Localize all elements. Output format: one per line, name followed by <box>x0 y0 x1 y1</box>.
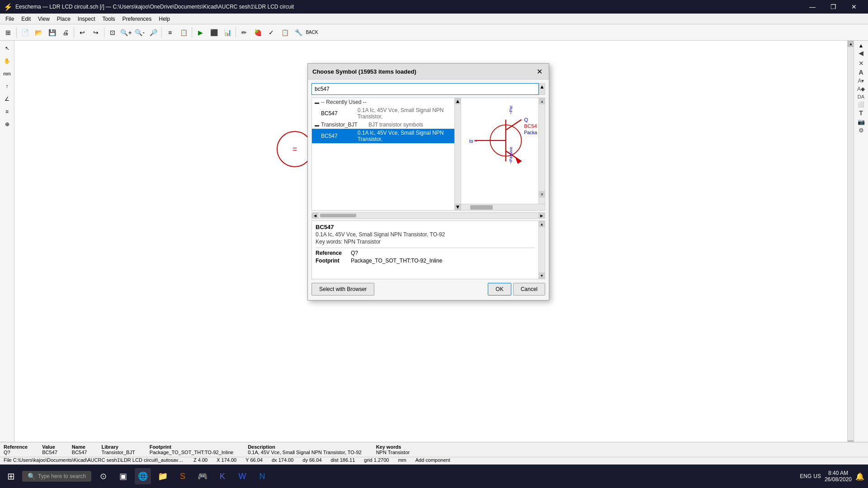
list-vscroll-up[interactable]: ▲ <box>455 98 461 104</box>
menu-help[interactable]: Help <box>155 15 174 23</box>
taskbar-steam[interactable]: 🎮 <box>194 468 211 484</box>
tool-table[interactable]: 📋 <box>278 26 291 39</box>
menu-preferences[interactable]: Preferences <box>119 15 156 23</box>
taskbar-explorer[interactable]: 📁 <box>155 468 171 484</box>
tool-back[interactable]: BACK <box>306 26 318 39</box>
tool-new[interactable]: 📄 <box>19 26 31 39</box>
tool-zoom-area[interactable]: 🔎 <box>147 26 160 39</box>
mode-label: Add component <box>415 457 450 463</box>
tool-netlist[interactable]: ≡ <box>164 26 176 39</box>
right-icon-DA[interactable]: DA <box>858 94 864 99</box>
tool-fields[interactable]: 📊 <box>221 26 234 39</box>
taskbar-word[interactable]: W <box>234 468 250 484</box>
svg-point-6 <box>490 125 521 156</box>
taskbar-edge[interactable]: 🌐 <box>135 468 151 484</box>
close-button[interactable]: ✕ <box>844 0 864 14</box>
right-icon-camera[interactable]: 📷 <box>858 118 865 125</box>
menu-tools[interactable]: Tools <box>99 15 119 23</box>
menu-file[interactable]: File <box>2 15 18 23</box>
tool-zoom-fit[interactable]: ⊡ <box>106 26 119 39</box>
hscroll-right[interactable]: ▶ <box>538 212 545 219</box>
minimize-button[interactable]: — <box>802 0 823 14</box>
sidebar-wire[interactable]: ∠ <box>1 93 13 105</box>
right-icon-run[interactable]: ▶ <box>858 51 865 58</box>
library-info: Library Transistor_BJT <box>101 444 135 455</box>
clock[interactable]: 8:40 AM 26/08/2020 <box>825 470 852 483</box>
sidebar-bus[interactable]: ≡ <box>1 106 13 117</box>
tool-separator-5 <box>192 27 192 38</box>
right-scroll-up-icon[interactable]: ▲ <box>858 42 864 49</box>
select-with-browser-button[interactable]: Select with Browser <box>311 283 374 296</box>
tool-bom[interactable]: 📋 <box>177 26 190 39</box>
bc547-recent-name: BC547 <box>321 110 338 117</box>
recently-used-group[interactable]: ▬ -- Recently Used -- <box>312 98 454 106</box>
right-icon-T[interactable]: T <box>859 109 863 117</box>
svg-text:auto→: auto→ <box>469 139 478 144</box>
bc547-bjt-item[interactable]: BC547 0.1A Ic, 45V Vce, Small Signal NPN… <box>312 129 454 143</box>
transistor-bjt-group[interactable]: ▬ Transistor_BJT BJT transistor symbols <box>312 121 454 129</box>
vscroll-up[interactable]: ▲ <box>848 41 854 47</box>
sidebar-move[interactable]: ✋ <box>1 55 13 67</box>
info-vscroll[interactable]: ▲ ▼ <box>538 221 545 279</box>
choose-symbol-dialog[interactable]: Choose Symbol (15953 items loaded) ✕ ▲ ▬… <box>307 63 549 300</box>
right-icon-A2[interactable]: A▾ <box>858 78 864 84</box>
dialog-close-button[interactable]: ✕ <box>534 66 544 76</box>
zoom-label: Z 4.00 <box>193 457 208 463</box>
search-vscroll-up[interactable]: ▲ <box>539 83 545 95</box>
tool-pi[interactable]: 🍓 <box>251 26 264 39</box>
menu-place[interactable]: Place <box>53 15 74 23</box>
sidebar-junction[interactable]: ⊕ <box>1 118 13 130</box>
search-box[interactable]: 🔍 Type here to search <box>22 471 91 482</box>
menu-view[interactable]: View <box>34 15 53 23</box>
menu-inspect[interactable]: Inspect <box>74 15 99 23</box>
bc547-recent-item[interactable]: BC547 0.1A Ic, 45V Vce, Small Signal NPN… <box>312 106 454 121</box>
right-icon-A[interactable]: A <box>859 69 863 76</box>
tool-zoom-in[interactable]: 🔍+ <box>120 26 132 39</box>
symbol-tree[interactable]: ▬ -- Recently Used -- BC547 0.1A Ic, 45V… <box>312 98 454 210</box>
taskbar-app3[interactable]: N <box>254 468 270 484</box>
ok-button[interactable]: OK <box>488 283 511 296</box>
value-info: Value BC547 <box>42 444 57 455</box>
taskbar-task-view[interactable]: ▣ <box>115 468 131 484</box>
sidebar-pointer[interactable]: ↑ <box>1 80 13 92</box>
tool-checker[interactable]: ✓ <box>265 26 278 39</box>
tool-open[interactable]: 📂 <box>32 26 45 39</box>
right-icon-gear[interactable]: ⚙ <box>859 127 864 134</box>
preview-vscroll-up[interactable]: ▲ <box>539 98 545 104</box>
tool-edit[interactable]: ✏ <box>238 26 250 39</box>
right-icon-A3[interactable]: A◆ <box>857 86 865 92</box>
tool-grid[interactable]: ⊞ <box>2 26 14 39</box>
taskbar-cortana[interactable]: ⊙ <box>95 468 111 484</box>
list-vscroll-down[interactable]: ▼ <box>455 204 461 210</box>
cancel-button[interactable]: Cancel <box>513 283 545 296</box>
taskbar-app1[interactable]: S <box>175 468 191 484</box>
search-input[interactable] <box>311 83 539 95</box>
info-vscroll-down[interactable]: ▼ <box>539 272 545 279</box>
tool-undo[interactable]: ↩ <box>76 26 89 39</box>
right-icon-box[interactable]: ⬜ <box>858 101 864 108</box>
info-vscroll-up[interactable]: ▲ <box>539 221 545 227</box>
tool-run[interactable]: ▶ <box>194 26 207 39</box>
notification-icon[interactable]: 🔔 <box>855 472 864 481</box>
tool-zoom-out[interactable]: 🔍- <box>133 26 146 39</box>
right-icon-close[interactable]: ✕ <box>859 60 864 67</box>
preview-vscroll-down[interactable]: ▼ <box>539 191 545 197</box>
preview-vscroll[interactable]: ▲ ▼ <box>538 98 545 204</box>
tool-print[interactable]: 🖨 <box>59 26 72 39</box>
menu-edit[interactable]: Edit <box>18 15 34 23</box>
hscroll-left[interactable]: ◀ <box>312 212 318 219</box>
maximize-button[interactable]: ❐ <box>823 0 844 14</box>
tool-pcb[interactable]: 🔧 <box>292 26 305 39</box>
list-vscroll[interactable]: ▲ ▼ <box>454 98 461 210</box>
taskbar-app2[interactable]: K <box>214 468 231 484</box>
canvas-vscroll[interactable]: ▲ ▼ <box>847 41 854 446</box>
sidebar-mm[interactable]: mm <box>1 68 13 80</box>
preview-hscroll[interactable] <box>461 204 545 210</box>
tool-save[interactable]: 💾 <box>46 26 58 39</box>
list-hscroll[interactable]: ◀ ▶ <box>311 212 545 219</box>
svg-text:~Passive: ~Passive <box>508 106 513 114</box>
tool-redo[interactable]: ↪ <box>90 26 102 39</box>
tool-stop[interactable]: ⬛ <box>208 26 220 39</box>
start-button[interactable]: ⊞ <box>4 469 19 483</box>
sidebar-select[interactable]: ↖ <box>1 42 13 54</box>
